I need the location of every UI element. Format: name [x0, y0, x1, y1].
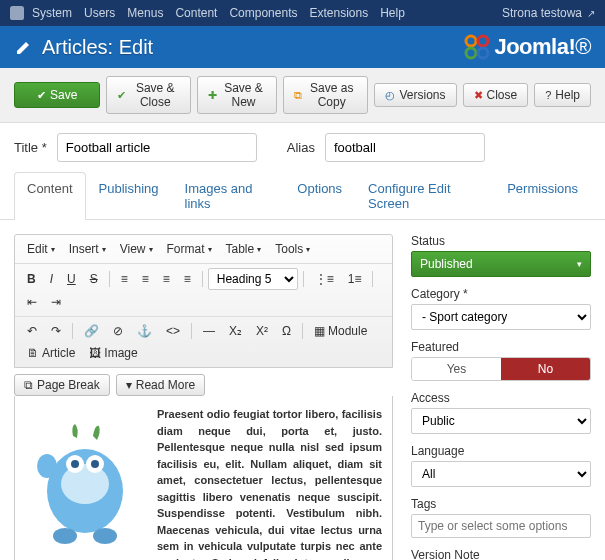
access-label: Access [411, 391, 591, 405]
svg-point-6 [61, 464, 109, 504]
page-break-button[interactable]: ⧉Page Break [14, 374, 110, 396]
align-right-button[interactable]: ≡ [157, 269, 176, 289]
language-select[interactable]: All [411, 461, 591, 487]
undo-button[interactable]: ↶ [21, 321, 43, 341]
help-icon: ? [545, 89, 551, 101]
align-left-button[interactable]: ≡ [115, 269, 134, 289]
plus-icon: ✚ [208, 89, 217, 102]
chevron-down-icon: ▾ [126, 378, 132, 392]
featured-toggle[interactable]: Yes No [411, 357, 591, 381]
intro-text: Praesent odio feugiat tortor libero, fac… [157, 408, 382, 560]
access-select[interactable]: Public [411, 408, 591, 434]
site-name[interactable]: Strona testowa [502, 6, 582, 20]
editor-content[interactable]: Praesent odio feugiat tortor libero, fac… [14, 396, 393, 560]
page-title: Articles: Edit [42, 36, 153, 59]
source-button[interactable]: <> [160, 321, 186, 341]
tab-configure[interactable]: Configure Edit Screen [355, 172, 494, 219]
image-button[interactable]: 🖼 Image [83, 343, 143, 363]
save-copy-button[interactable]: ⧉Save as Copy [283, 76, 369, 114]
underline-button[interactable]: U [61, 269, 82, 289]
editor-menu-insert[interactable]: Insert▾ [63, 239, 112, 259]
hr-button[interactable]: — [197, 321, 221, 341]
heading-select[interactable]: Heading 5 [208, 268, 298, 290]
featured-no[interactable]: No [501, 358, 590, 380]
close-icon: ✖ [474, 89, 483, 102]
title-row: Title * Alias [0, 123, 605, 172]
tabs: Content Publishing Images and links Opti… [0, 172, 605, 220]
svg-point-9 [71, 460, 79, 468]
title-input[interactable] [57, 133, 257, 162]
svg-rect-0 [10, 6, 24, 20]
tab-content[interactable]: Content [14, 172, 86, 220]
svg-point-1 [466, 36, 476, 46]
tab-permissions[interactable]: Permissions [494, 172, 591, 219]
editor-menu-table[interactable]: Table▾ [220, 239, 268, 259]
close-button[interactable]: ✖Close [463, 83, 529, 107]
check-icon: ✔ [37, 89, 46, 102]
menu-users[interactable]: Users [84, 6, 115, 20]
bullet-list-button[interactable]: ⋮≡ [309, 269, 340, 289]
page-break-icon: ⧉ [24, 378, 33, 392]
italic-button[interactable]: I [44, 269, 59, 289]
help-button[interactable]: ?Help [534, 83, 591, 107]
editor-menu-tools[interactable]: Tools▾ [269, 239, 316, 259]
tab-images[interactable]: Images and links [172, 172, 285, 219]
menu-content[interactable]: Content [175, 6, 217, 20]
menu-system[interactable]: System [32, 6, 72, 20]
language-label: Language [411, 444, 591, 458]
link-button[interactable]: 🔗 [78, 321, 105, 341]
svg-point-10 [91, 460, 99, 468]
copy-icon: ⧉ [294, 89, 302, 102]
svg-point-3 [466, 48, 476, 58]
alias-label: Alias [287, 140, 315, 155]
tab-options[interactable]: Options [284, 172, 355, 219]
action-toolbar: ✔Save ✔Save & Close ✚Save & New ⧉Save as… [0, 68, 605, 123]
category-select[interactable]: - Sport category [411, 304, 591, 330]
titlebar: Articles: Edit Joomla!® [0, 26, 605, 68]
menu-help[interactable]: Help [380, 6, 405, 20]
joomla-mark-icon [464, 34, 490, 60]
char-button[interactable]: Ω [276, 321, 297, 341]
save-button[interactable]: ✔Save [14, 82, 100, 108]
save-close-button[interactable]: ✔Save & Close [106, 76, 191, 114]
redo-button[interactable]: ↷ [45, 321, 67, 341]
category-label: Category * [411, 287, 591, 301]
tags-input[interactable] [411, 514, 591, 538]
menu-extensions[interactable]: Extensions [309, 6, 368, 20]
menu-components[interactable]: Components [229, 6, 297, 20]
save-new-button[interactable]: ✚Save & New [197, 76, 277, 114]
indent-button[interactable]: ⇥ [45, 292, 67, 312]
unlink-button[interactable]: ⊘ [107, 321, 129, 341]
title-label: Title * [14, 140, 47, 155]
alias-input[interactable] [325, 133, 485, 162]
featured-yes[interactable]: Yes [412, 358, 501, 380]
editor-menu-view[interactable]: View▾ [114, 239, 159, 259]
site-link-icon[interactable]: ↗ [587, 8, 595, 19]
featured-label: Featured [411, 340, 591, 354]
menu-menus[interactable]: Menus [127, 6, 163, 20]
versions-button[interactable]: ◴Versions [374, 83, 456, 107]
read-more-button[interactable]: ▾Read More [116, 374, 205, 396]
tab-publishing[interactable]: Publishing [86, 172, 172, 219]
joomla-logo: Joomla!® [464, 34, 591, 60]
svg-point-4 [478, 48, 488, 58]
editor-toolbar: Edit▾ Insert▾ View▾ Format▾ Table▾ Tools… [14, 234, 393, 368]
anchor-button[interactable]: ⚓ [131, 321, 158, 341]
sup-button[interactable]: X² [250, 321, 274, 341]
version-note-label: Version Note [411, 548, 591, 560]
admin-topbar: System Users Menus Content Components Ex… [0, 0, 605, 26]
article-image [25, 406, 145, 560]
number-list-button[interactable]: 1≡ [342, 269, 368, 289]
status-select[interactable]: Published▾ [411, 251, 591, 277]
sub-button[interactable]: X₂ [223, 321, 248, 341]
editor-menu-edit[interactable]: Edit▾ [21, 239, 61, 259]
align-center-button[interactable]: ≡ [136, 269, 155, 289]
strike-button[interactable]: S [84, 269, 104, 289]
editor-menu-format[interactable]: Format▾ [161, 239, 218, 259]
align-justify-button[interactable]: ≡ [178, 269, 197, 289]
module-button[interactable]: ▦ Module [308, 321, 373, 341]
outdent-button[interactable]: ⇤ [21, 292, 43, 312]
article-button[interactable]: 🗎 Article [21, 343, 81, 363]
topbar-menus: System Users Menus Content Components Ex… [32, 6, 405, 20]
bold-button[interactable]: B [21, 269, 42, 289]
